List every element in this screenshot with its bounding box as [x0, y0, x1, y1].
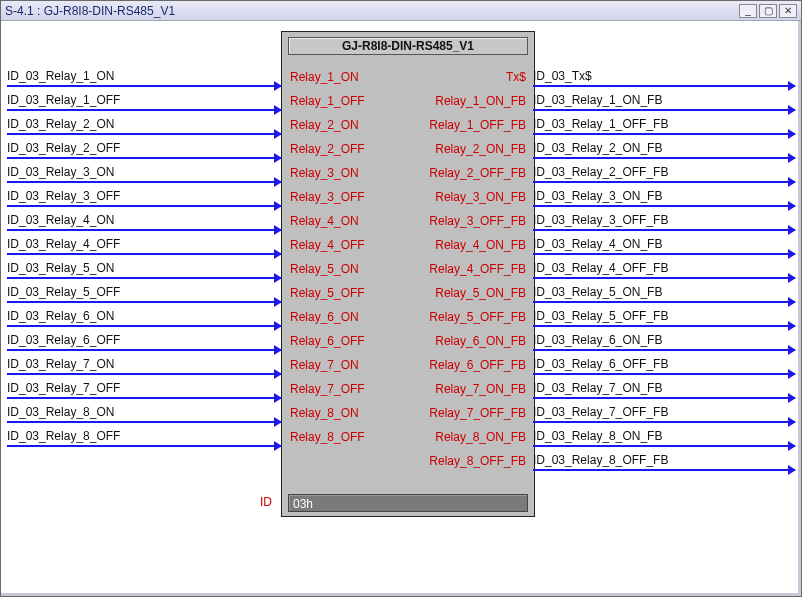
- wire-line: [7, 445, 281, 447]
- close-button[interactable]: ✕: [779, 4, 797, 18]
- input-signal-wire[interactable]: ID_03_Relay_3_OFF: [7, 185, 281, 207]
- wire-line: [7, 373, 281, 375]
- wire-line: [7, 277, 281, 279]
- block-input-port[interactable]: Relay_8_OFF: [290, 426, 365, 448]
- block-output-port[interactable]: Relay_1_ON_FB: [435, 90, 526, 112]
- block-input-port[interactable]: Relay_5_ON: [290, 258, 359, 280]
- block-output-port[interactable]: Relay_6_ON_FB: [435, 330, 526, 352]
- block-input-port[interactable]: Relay_3_ON: [290, 162, 359, 184]
- wire-line: [7, 421, 281, 423]
- bottom-scroll-strip[interactable]: [1, 593, 801, 596]
- input-signal-wire[interactable]: ID_03_Relay_3_ON: [7, 161, 281, 183]
- block-input-port[interactable]: Relay_3_OFF: [290, 186, 365, 208]
- output-signal-wire[interactable]: ID_03_Relay_8_OFF_FB: [533, 449, 795, 471]
- wire-line: [7, 229, 281, 231]
- input-signal-wire[interactable]: ID_03_Relay_8_OFF: [7, 425, 281, 447]
- block-input-port[interactable]: Relay_6_ON: [290, 306, 359, 328]
- signal-label: ID_03_Relay_3_ON_FB: [533, 189, 795, 203]
- block-input-port[interactable]: Relay_4_ON: [290, 210, 359, 232]
- block-input-port[interactable]: Relay_4_OFF: [290, 234, 365, 256]
- block-input-port[interactable]: Relay_1_OFF: [290, 90, 365, 112]
- wire-line: [533, 229, 795, 231]
- wire-line: [533, 445, 795, 447]
- minimize-button[interactable]: _: [739, 4, 757, 18]
- input-signal-wire[interactable]: ID_03_Relay_7_ON: [7, 353, 281, 375]
- block-input-port[interactable]: Relay_5_OFF: [290, 282, 365, 304]
- function-block-title: GJ-R8I8-DIN-RS485_V1: [288, 37, 528, 55]
- block-output-port[interactable]: Relay_3_ON_FB: [435, 186, 526, 208]
- block-output-port[interactable]: Relay_7_ON_FB: [435, 378, 526, 400]
- input-signal-wire[interactable]: ID_03_Relay_2_OFF: [7, 137, 281, 159]
- input-signal-wire[interactable]: ID_03_Relay_5_OFF: [7, 281, 281, 303]
- signal-label: ID_03_Relay_1_ON_FB: [533, 93, 795, 107]
- output-signal-wire[interactable]: ID_03_Relay_1_ON_FB: [533, 89, 795, 111]
- output-signal-wire[interactable]: ID_03_Relay_7_ON_FB: [533, 377, 795, 399]
- output-signal-wire[interactable]: ID_03_Relay_5_ON_FB: [533, 281, 795, 303]
- block-output-port[interactable]: Relay_8_OFF_FB: [429, 450, 526, 472]
- block-output-port[interactable]: Relay_2_OFF_FB: [429, 162, 526, 184]
- output-signal-wire[interactable]: ID_03_Relay_6_OFF_FB: [533, 353, 795, 375]
- wire-line: [7, 205, 281, 207]
- block-id-field[interactable]: 03h: [288, 494, 528, 512]
- block-input-port[interactable]: Relay_2_ON: [290, 114, 359, 136]
- input-signal-wire[interactable]: ID_03_Relay_1_ON: [7, 65, 281, 87]
- input-signal-wire[interactable]: ID_03_Relay_1_OFF: [7, 89, 281, 111]
- arrow-icon: [788, 465, 796, 475]
- input-signal-wire[interactable]: ID_03_Relay_8_ON: [7, 401, 281, 423]
- block-input-port[interactable]: Relay_7_ON: [290, 354, 359, 376]
- input-signal-wire[interactable]: ID_03_Relay_6_ON: [7, 305, 281, 327]
- input-signal-wire[interactable]: ID_03_Relay_6_OFF: [7, 329, 281, 351]
- block-output-port[interactable]: Relay_7_OFF_FB: [429, 402, 526, 424]
- block-input-port[interactable]: Relay_1_ON: [290, 66, 359, 88]
- block-input-port[interactable]: Relay_7_OFF: [290, 378, 365, 400]
- output-signal-wire[interactable]: ID_03_Relay_2_ON_FB: [533, 137, 795, 159]
- block-output-port[interactable]: Relay_4_ON_FB: [435, 234, 526, 256]
- output-signal-wire[interactable]: ID_03_Relay_8_ON_FB: [533, 425, 795, 447]
- output-signal-wire[interactable]: ID_03_Relay_4_OFF_FB: [533, 257, 795, 279]
- input-signal-wire[interactable]: ID_03_Relay_2_ON: [7, 113, 281, 135]
- block-output-port[interactable]: Relay_5_ON_FB: [435, 282, 526, 304]
- block-output-port[interactable]: Tx$: [506, 66, 526, 88]
- block-output-port[interactable]: Relay_3_OFF_FB: [429, 210, 526, 232]
- output-signal-wire[interactable]: ID_03_Relay_2_OFF_FB: [533, 161, 795, 183]
- wire-line: [533, 469, 795, 471]
- wire-line: [7, 253, 281, 255]
- window-buttons: _ ▢ ✕: [739, 4, 797, 18]
- input-signal-wire[interactable]: ID_03_Relay_4_OFF: [7, 233, 281, 255]
- wire-line: [7, 301, 281, 303]
- maximize-button[interactable]: ▢: [759, 4, 777, 18]
- input-signal-wire[interactable]: ID_03_Relay_4_ON: [7, 209, 281, 231]
- block-input-port[interactable]: Relay_6_OFF: [290, 330, 365, 352]
- function-block[interactable]: GJ-R8I8-DIN-RS485_V1 Relay_1_ONRelay_1_O…: [281, 31, 535, 517]
- output-signal-wire[interactable]: ID_03_Relay_6_ON_FB: [533, 329, 795, 351]
- wire-line: [7, 85, 281, 87]
- output-signal-wire[interactable]: ID_03_Tx$: [533, 65, 795, 87]
- signal-label: ID_03_Relay_3_OFF: [7, 189, 281, 203]
- output-signal-wire[interactable]: ID_03_Relay_1_OFF_FB: [533, 113, 795, 135]
- block-output-port[interactable]: Relay_4_OFF_FB: [429, 258, 526, 280]
- output-signal-wire[interactable]: ID_03_Relay_7_OFF_FB: [533, 401, 795, 423]
- input-signal-wire[interactable]: ID_03_Relay_5_ON: [7, 257, 281, 279]
- diagram-canvas[interactable]: GJ-R8I8-DIN-RS485_V1 Relay_1_ONRelay_1_O…: [4, 21, 798, 593]
- block-output-port[interactable]: Relay_5_OFF_FB: [429, 306, 526, 328]
- block-output-port[interactable]: Relay_6_OFF_FB: [429, 354, 526, 376]
- block-output-port[interactable]: Relay_8_ON_FB: [435, 426, 526, 448]
- signal-label: ID_03_Relay_6_OFF: [7, 333, 281, 347]
- output-signal-wire[interactable]: ID_03_Relay_5_OFF_FB: [533, 305, 795, 327]
- signal-label: ID_03_Relay_3_OFF_FB: [533, 213, 795, 227]
- output-signal-wire[interactable]: ID_03_Relay_3_ON_FB: [533, 185, 795, 207]
- signal-label: ID_03_Relay_5_ON_FB: [533, 285, 795, 299]
- output-signal-wire[interactable]: ID_03_Relay_3_OFF_FB: [533, 209, 795, 231]
- block-input-port[interactable]: Relay_8_ON: [290, 402, 359, 424]
- block-output-port[interactable]: Relay_2_ON_FB: [435, 138, 526, 160]
- signal-label: ID_03_Relay_2_ON_FB: [533, 141, 795, 155]
- signal-label: ID_03_Relay_8_OFF: [7, 429, 281, 443]
- wire-line: [533, 157, 795, 159]
- window-title: S-4.1 : GJ-R8I8-DIN-RS485_V1: [5, 4, 175, 18]
- output-signal-wire[interactable]: ID_03_Relay_4_ON_FB: [533, 233, 795, 255]
- block-input-port[interactable]: Relay_2_OFF: [290, 138, 365, 160]
- wire-line: [533, 373, 795, 375]
- block-output-port[interactable]: Relay_1_OFF_FB: [429, 114, 526, 136]
- input-signal-wire[interactable]: ID_03_Relay_7_OFF: [7, 377, 281, 399]
- arrow-icon: [274, 441, 282, 451]
